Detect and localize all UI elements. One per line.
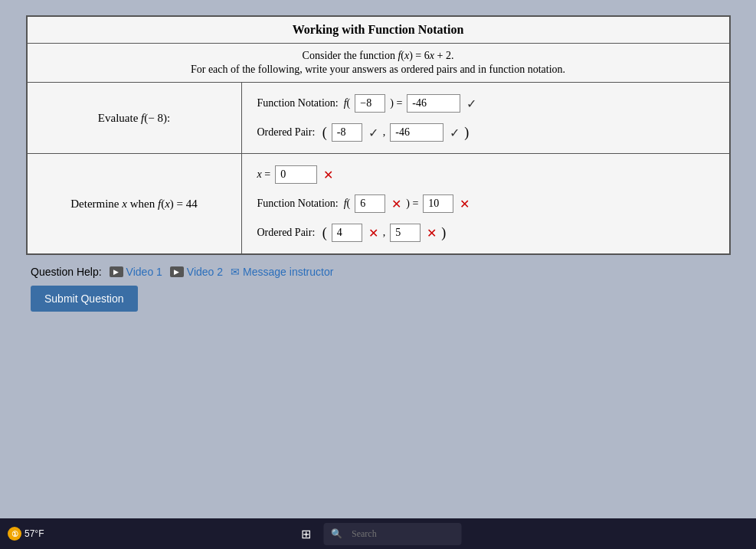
description-line2: For each of the following, write your an… bbox=[35, 64, 722, 76]
search-input[interactable] bbox=[347, 526, 453, 542]
row1-notation-rparen: ) = bbox=[390, 97, 402, 109]
row2-notation-label: Function Notation: f( bbox=[257, 198, 351, 210]
main-content: Working with Function Notation Consider … bbox=[0, 0, 756, 327]
row2-ordered-pair: Ordered Pair: ( ✕ , ✕ ) bbox=[257, 224, 714, 242]
video1-icon: ▶ bbox=[110, 266, 123, 277]
row2-op-clear2[interactable]: ✕ bbox=[427, 226, 437, 240]
mail-icon: ✉ bbox=[231, 266, 240, 278]
row2-label: Determine x when f(x) = 44 bbox=[70, 198, 198, 211]
row2-notation-input1[interactable] bbox=[355, 194, 385, 213]
message-instructor-label: Message instructor bbox=[243, 266, 333, 278]
row2-x-row: x = ✕ bbox=[257, 165, 714, 184]
search-icon: 🔍 bbox=[331, 528, 342, 539]
row1-op-lparen: ( bbox=[322, 125, 327, 141]
row2-x-input[interactable] bbox=[275, 165, 317, 184]
message-instructor-link[interactable]: ✉ Message instructor bbox=[231, 266, 333, 278]
windows-button[interactable]: ⊞ bbox=[295, 524, 317, 544]
taskbar-center: ⊞ 🔍 bbox=[295, 523, 461, 545]
row1-notation-input1[interactable] bbox=[355, 94, 385, 113]
row2-op-lparen: ( bbox=[322, 225, 327, 241]
row2-x-clear[interactable]: ✕ bbox=[323, 168, 333, 182]
row2-notation-rparen: ) = bbox=[406, 198, 418, 210]
row1-function-notation: Function Notation: f( ) = ✓ bbox=[257, 94, 714, 113]
row2-op-rparen: ) bbox=[441, 225, 446, 241]
row1-notation-input2[interactable] bbox=[407, 94, 460, 113]
row2-notation-clear1[interactable]: ✕ bbox=[391, 197, 401, 211]
taskbar: ① 57°F ⊞ 🔍 bbox=[0, 518, 756, 549]
problem-description: Consider the function f(x) = 6x + 2. For… bbox=[28, 44, 729, 83]
video1-label: Video 1 bbox=[126, 266, 162, 278]
problem-title: Working with Function Notation bbox=[28, 17, 729, 44]
video2-icon: ▶ bbox=[170, 266, 184, 277]
problem-box: Working with Function Notation Consider … bbox=[26, 15, 731, 255]
row1-op-input2[interactable] bbox=[390, 123, 443, 142]
row2-left-cell: Determine x when f(x) = 44 bbox=[28, 154, 242, 253]
weather-icon: ① bbox=[8, 527, 21, 541]
row1-left-cell: Evaluate f(− 8): bbox=[28, 83, 242, 153]
row1-ordered-pair: Ordered Pair: ( ✓ , ✓ ) bbox=[257, 123, 714, 142]
row2-op-input2[interactable] bbox=[390, 224, 421, 242]
row1-op-comma: , bbox=[383, 126, 386, 139]
row2-notation-clear2[interactable]: ✕ bbox=[460, 197, 470, 211]
row2-op-label: Ordered Pair: bbox=[257, 227, 318, 239]
question-help-label: Question Help: bbox=[31, 266, 102, 278]
row1-notation-check: ✓ bbox=[466, 96, 476, 111]
row1-op-check1: ✓ bbox=[368, 126, 378, 140]
row2-op-clear1[interactable]: ✕ bbox=[368, 226, 378, 240]
row2-notation-input2[interactable] bbox=[423, 194, 453, 213]
table-area: Evaluate f(− 8): Function Notation: f( )… bbox=[28, 83, 729, 253]
row2-right-cell: x = ✕ Function Notation: f( ✕ ) = ✕ bbox=[242, 154, 729, 253]
submit-button[interactable]: Submit Question bbox=[31, 286, 138, 312]
row1-op-input1[interactable] bbox=[332, 123, 362, 142]
search-bar[interactable]: 🔍 bbox=[323, 523, 461, 545]
row1-op-check2: ✓ bbox=[450, 126, 460, 140]
question-help: Question Help: ▶ Video 1 ▶ Video 2 ✉ Mes… bbox=[31, 266, 733, 278]
taskbar-weather: ① 57°F bbox=[8, 527, 44, 541]
row2: Determine x when f(x) = 44 x = ✕ Functio… bbox=[28, 153, 729, 253]
row1-op-label: Ordered Pair: bbox=[257, 126, 318, 139]
video2-label: Video 2 bbox=[187, 266, 223, 278]
row1-op-rparen: ) bbox=[464, 125, 469, 141]
row2-op-comma: , bbox=[383, 227, 386, 239]
row2-x-label: x = bbox=[257, 168, 271, 181]
video1-link[interactable]: ▶ Video 1 bbox=[110, 266, 162, 278]
row1: Evaluate f(− 8): Function Notation: f( )… bbox=[28, 83, 729, 153]
temperature: 57°F bbox=[25, 528, 44, 539]
video2-link[interactable]: ▶ Video 2 bbox=[170, 266, 223, 278]
row2-op-input1[interactable] bbox=[332, 224, 362, 242]
row1-label: Evaluate f(− 8): bbox=[98, 112, 170, 125]
row1-notation-label: Function Notation: f( bbox=[257, 97, 351, 109]
row1-right-cell: Function Notation: f( ) = ✓ Ordered Pair… bbox=[242, 83, 729, 153]
row2-function-notation: Function Notation: f( ✕ ) = ✕ bbox=[257, 194, 714, 213]
description-line1: Consider the function f(x) = 6x + 2. bbox=[35, 50, 722, 62]
